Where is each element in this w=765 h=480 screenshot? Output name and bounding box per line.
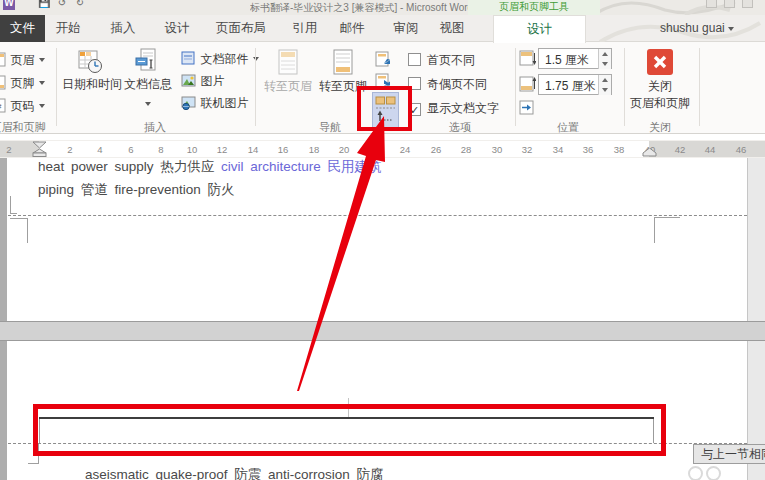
footer-from-bottom-icon bbox=[519, 76, 536, 93]
close-header-footer-button[interactable]: 关闭 页眉和页脚 bbox=[630, 48, 690, 112]
show-document-text-label: 显示文档文字 bbox=[427, 101, 499, 115]
tab-insert[interactable]: 插入 bbox=[111, 15, 136, 42]
tab-file[interactable]: 文件 bbox=[0, 15, 45, 42]
text-boundary-mark bbox=[654, 217, 680, 218]
document-info-icon bbox=[135, 48, 161, 74]
body-text-line[interactable]: aseismatic quake-proof 防震 anti-corrosion… bbox=[85, 466, 384, 480]
ruler-number: 38 bbox=[614, 144, 625, 155]
header-from-top-field[interactable]: 1.5 厘米 bbox=[538, 48, 612, 69]
footer-from-bottom-field[interactable]: 1.75 厘米 bbox=[538, 74, 612, 95]
ruler-number: 32 bbox=[522, 144, 533, 155]
ruler-number: 14 bbox=[248, 144, 259, 155]
group-label-navigation: 导航 bbox=[319, 120, 341, 135]
header-text-line-1[interactable]: heat power supply 热力供应 civil architectur… bbox=[38, 158, 382, 176]
save-icon[interactable]: 💾 bbox=[38, 0, 50, 10]
spin-up-icon[interactable] bbox=[598, 75, 611, 85]
picture-button[interactable]: 图片 bbox=[181, 71, 224, 89]
ruler-number: 18 bbox=[309, 144, 320, 155]
text-boundary-mark bbox=[10, 196, 11, 214]
left-indent-marker bbox=[33, 153, 46, 157]
tab-headerfooter-design[interactable]: 设计 bbox=[493, 15, 586, 43]
ruler-number: 20 bbox=[339, 144, 350, 155]
online-pictures-icon bbox=[181, 95, 196, 110]
text-boundary-mark bbox=[10, 218, 28, 219]
ruler-number: 24 bbox=[400, 144, 411, 155]
tab-mailings[interactable]: 邮件 bbox=[340, 15, 365, 42]
quick-parts-button[interactable]: 文档部件 bbox=[181, 49, 259, 67]
horizontal-ruler[interactable]: 2 2 4 6 8 10 12 14 16 18 20 22 24 26 28 … bbox=[0, 140, 765, 158]
decor-circle bbox=[706, 466, 721, 480]
header-text-line-2[interactable]: piping 管道 fire-prevention 防火 bbox=[38, 181, 235, 199]
show-document-text-checkbox[interactable]: ✓显示文档文字 bbox=[408, 98, 499, 116]
ribbon-tab-row: 文件 开始 插入 设计 页面布局 引用 邮件 审阅 视图 设计 shushu g… bbox=[0, 15, 765, 42]
maximize-button[interactable] bbox=[724, 0, 735, 8]
footer-from-bottom-value: 1.75 厘米 bbox=[545, 78, 596, 95]
different-odd-even-label: 奇偶页不同 bbox=[427, 77, 487, 91]
ruler-number: 26 bbox=[431, 144, 442, 155]
header-text-hyperlink[interactable]: civil architecture 民用建筑 bbox=[221, 159, 382, 174]
group-divider bbox=[515, 48, 516, 126]
page-number-button-label: 页码 bbox=[10, 99, 34, 113]
online-pictures-button[interactable]: 联机图片 bbox=[181, 93, 248, 111]
right-indent-marker[interactable] bbox=[642, 148, 657, 157]
group-label-headerfooter: 页眉和页脚 bbox=[0, 120, 46, 135]
document-info-label: 文档信息 bbox=[120, 76, 176, 93]
ruler-number: 44 bbox=[705, 144, 716, 155]
ruler-number: 42 bbox=[675, 144, 686, 155]
text-boundary-mark bbox=[28, 463, 39, 464]
group-label-close: 关闭 bbox=[649, 120, 671, 135]
spin-down-icon[interactable] bbox=[598, 59, 611, 69]
text-boundary-mark bbox=[10, 213, 17, 214]
ruler-number: 10 bbox=[187, 144, 198, 155]
tab-design[interactable]: 设计 bbox=[165, 15, 190, 42]
go-to-header-button: 转至页眉 bbox=[260, 48, 316, 95]
document-info-button[interactable]: 文档信息 bbox=[120, 48, 176, 112]
close-label-line1: 关闭 bbox=[630, 78, 690, 95]
group-label-options: 选项 bbox=[449, 120, 471, 135]
ruler-number: 12 bbox=[217, 144, 228, 155]
close-label-line2: 页眉和页脚 bbox=[630, 95, 690, 112]
tab-pagelayout[interactable]: 页面布局 bbox=[216, 15, 266, 42]
page-right-gap bbox=[747, 158, 765, 480]
tab-home[interactable]: 开始 bbox=[56, 15, 81, 42]
previous-section-button[interactable] bbox=[374, 49, 392, 67]
group-label-position: 位置 bbox=[557, 120, 579, 135]
go-to-header-label: 转至页眉 bbox=[260, 78, 316, 95]
undo-icon[interactable]: ↺ bbox=[56, 0, 68, 10]
alignment-tab-icon[interactable] bbox=[519, 100, 535, 116]
tab-view[interactable]: 视图 bbox=[440, 15, 465, 42]
decor-circle bbox=[688, 466, 703, 480]
previous-section-icon bbox=[374, 51, 392, 67]
different-odd-even-checkbox[interactable]: 奇偶页不同 bbox=[408, 74, 487, 92]
spin-down-icon[interactable] bbox=[598, 85, 611, 95]
group-divider bbox=[624, 48, 625, 126]
header-from-top-value: 1.5 厘米 bbox=[545, 52, 589, 69]
minimize-button[interactable] bbox=[706, 0, 717, 8]
user-name-label: shushu guai bbox=[660, 21, 725, 35]
ruler-number: 22 bbox=[370, 144, 381, 155]
indent-markers[interactable] bbox=[32, 141, 47, 157]
header-from-top-icon bbox=[519, 50, 536, 67]
ruler-number: 28 bbox=[461, 144, 472, 155]
ruler-number: 16 bbox=[278, 144, 289, 155]
page-number-button[interactable]: # 页码 bbox=[0, 96, 45, 114]
spin-up-icon[interactable] bbox=[598, 49, 611, 59]
word-window: W 💾 ↺ ↻ 标书翻译-毕业设计之3 [兼容模式] - Microsoft W… bbox=[0, 0, 765, 480]
quick-parts-label: 文档部件 bbox=[200, 52, 248, 66]
different-first-page-checkbox[interactable]: 首页不同 bbox=[408, 50, 475, 68]
header-button[interactable]: 页眉 bbox=[0, 50, 45, 68]
account-user-name[interactable]: shushu guai bbox=[660, 15, 734, 42]
group-label-insert: 插入 bbox=[144, 120, 166, 135]
footer-button[interactable]: 页脚 bbox=[0, 73, 45, 91]
ruler-number: 30 bbox=[492, 144, 503, 155]
close-window-button[interactable] bbox=[742, 0, 753, 8]
leaf-decoration bbox=[585, 0, 765, 15]
group-divider bbox=[56, 48, 57, 126]
date-time-button[interactable]: 日期和时间 bbox=[62, 48, 117, 93]
redo-icon[interactable]: ↻ bbox=[74, 0, 86, 10]
ruler-number: 36 bbox=[583, 144, 594, 155]
tab-references[interactable]: 引用 bbox=[293, 15, 318, 42]
different-first-page-label: 首页不同 bbox=[427, 53, 475, 67]
tab-review[interactable]: 审阅 bbox=[394, 15, 419, 42]
page-left-gap bbox=[0, 158, 7, 480]
